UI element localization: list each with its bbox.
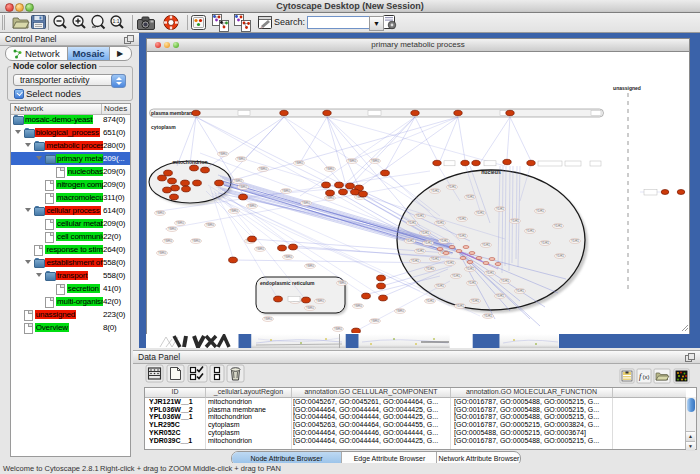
svg-text:YBR0: YBR0 (259, 167, 267, 171)
svg-text:YDR1: YDR1 (436, 221, 444, 225)
svg-text:YBR0: YBR0 (306, 306, 314, 310)
svg-text:plasma membrane: plasma membrane (151, 110, 195, 116)
svg-text:cytoplasm: cytoplasm (151, 124, 176, 130)
svg-text:YBR0: YBR0 (284, 255, 292, 259)
svg-text:YBR0: YBR0 (234, 179, 242, 183)
svg-text:YBR0: YBR0 (156, 211, 164, 215)
svg-text:YBR0: YBR0 (326, 167, 334, 171)
svg-text:YDR1: YDR1 (516, 289, 524, 293)
svg-text:YBR0: YBR0 (326, 196, 334, 200)
svg-text:(x): (x) (643, 374, 650, 380)
svg-text:YDR1: YDR1 (458, 234, 466, 238)
svg-text:YBR0: YBR0 (256, 247, 264, 251)
svg-text:YDR1: YDR1 (496, 207, 504, 211)
svg-text:YDR1: YDR1 (486, 271, 494, 275)
svg-text:YBR0: YBR0 (396, 309, 404, 313)
svg-text:YDR1: YDR1 (511, 219, 519, 223)
svg-text:YDR1: YDR1 (482, 243, 490, 247)
svg-text:YDR1: YDR1 (426, 299, 434, 303)
svg-text:YBR0: YBR0 (168, 227, 176, 231)
svg-text:YBR0: YBR0 (176, 221, 184, 225)
svg-text:YDR1: YDR1 (541, 241, 549, 245)
svg-text:YBR0: YBR0 (230, 209, 238, 213)
svg-text:YBR0: YBR0 (316, 299, 324, 303)
svg-text:YDR1: YDR1 (452, 274, 460, 278)
svg-text:YDR1: YDR1 (421, 231, 429, 235)
svg-text:YBR0: YBR0 (334, 327, 342, 331)
svg-text:YDR1: YDR1 (431, 257, 439, 261)
svg-text:nucleus: nucleus (481, 169, 501, 175)
svg-text:YDR1: YDR1 (431, 189, 439, 193)
svg-text:YBR0: YBR0 (354, 304, 362, 308)
svg-text:YDR1: YDR1 (476, 211, 484, 215)
svg-text:YDR1: YDR1 (554, 224, 562, 228)
svg-text:YDR1: YDR1 (408, 221, 416, 225)
svg-text:YBR0: YBR0 (282, 189, 290, 193)
svg-text:YDR1: YDR1 (471, 299, 479, 303)
svg-text:YBR0: YBR0 (248, 204, 256, 208)
svg-text:YBR0: YBR0 (295, 161, 303, 165)
svg-text:YDR1: YDR1 (484, 314, 492, 318)
svg-text:YDR1: YDR1 (416, 249, 424, 253)
svg-text:YBR0: YBR0 (264, 317, 272, 321)
svg-text:YBR0: YBR0 (338, 281, 346, 285)
svg-text:YDR1: YDR1 (426, 267, 434, 271)
svg-text:YDR1: YDR1 (424, 241, 432, 245)
svg-text:YDR1: YDR1 (406, 239, 414, 243)
svg-text:YBR0: YBR0 (348, 159, 356, 163)
svg-text:YBR0: YBR0 (239, 185, 247, 189)
svg-text:YBR0: YBR0 (192, 239, 200, 243)
svg-text:YDR1: YDR1 (436, 284, 444, 288)
svg-text:YBR0: YBR0 (371, 319, 379, 323)
svg-text:YDR1: YDR1 (556, 254, 564, 258)
svg-text:YBR0: YBR0 (164, 239, 172, 243)
svg-text:YBR0: YBR0 (158, 251, 166, 255)
svg-text:YDR1: YDR1 (466, 195, 474, 199)
svg-text:YDR1: YDR1 (456, 304, 464, 308)
svg-text:YDR1: YDR1 (501, 279, 509, 283)
svg-text:YDR1: YDR1 (446, 261, 454, 265)
svg-text:YBR0: YBR0 (371, 159, 379, 163)
svg-text:YDR1: YDR1 (448, 185, 456, 189)
svg-text:YDR1: YDR1 (466, 267, 474, 271)
svg-text:YBR0: YBR0 (306, 264, 314, 268)
svg-text:YBR0: YBR0 (219, 152, 227, 156)
svg-text:YDR1: YDR1 (458, 217, 466, 221)
svg-text:YDR1: YDR1 (536, 209, 544, 213)
svg-text:YDR1: YDR1 (411, 259, 419, 263)
svg-text:YBR0: YBR0 (237, 157, 245, 161)
svg-text:YDR1: YDR1 (468, 281, 476, 285)
svg-text:YDR1: YDR1 (416, 214, 424, 218)
svg-text:YDR1: YDR1 (496, 294, 504, 298)
svg-text:unassigned: unassigned (613, 85, 641, 91)
svg-text:YDR1: YDR1 (526, 229, 534, 233)
svg-text:YBR0: YBR0 (302, 201, 310, 205)
svg-text:1:1: 1:1 (113, 18, 120, 24)
svg-text:YDR1: YDR1 (440, 239, 448, 243)
svg-text:YDR1: YDR1 (571, 239, 579, 243)
svg-text:YBR0: YBR0 (206, 223, 214, 227)
